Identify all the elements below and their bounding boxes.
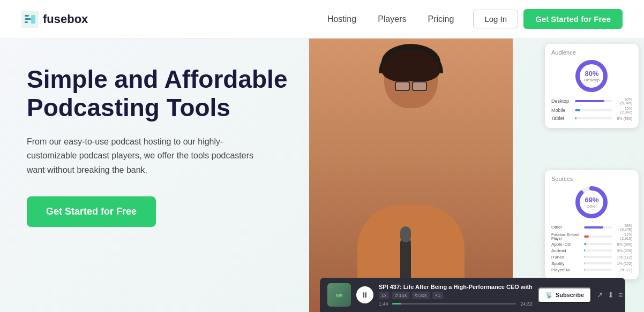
sources-stats: Other 69% (3,248) Fusebox Embed Player 1… xyxy=(551,224,632,272)
player-controls: 1x ↺15s ↻30s +1 xyxy=(379,292,533,299)
svg-rect-2 xyxy=(25,18,31,20)
menu-icon[interactable]: ≡ xyxy=(618,291,623,299)
sources-card-title: Sources xyxy=(551,176,632,182)
svg-rect-4 xyxy=(31,15,35,24)
player-progress: 1:44 24:32 xyxy=(379,301,533,307)
hero-right: Audience 80% Desktop Desktop xyxy=(309,39,644,312)
progress-fill xyxy=(392,303,401,305)
login-button[interactable]: Log In xyxy=(473,10,518,28)
audience-donut: 80% Desktop xyxy=(551,59,632,93)
src-row-spotify: Spotify 1% (102) xyxy=(551,261,632,266)
src-row-android: Android 3% (259) xyxy=(551,248,632,253)
sources-sub: Other xyxy=(585,204,598,209)
forward-30-button[interactable]: ↻30s xyxy=(412,292,430,299)
sources-donut: 69% Other xyxy=(551,185,632,219)
time-current: 1:44 xyxy=(379,301,388,307)
hero-cta-button[interactable]: Get Started for Free xyxy=(27,196,156,227)
hero-left: Simple and Affordable Podcasting Tools F… xyxy=(0,39,309,312)
share-icon[interactable]: ↗ xyxy=(597,291,603,299)
podcast-photo xyxy=(309,39,513,312)
next-episode-button[interactable]: +1 xyxy=(432,292,443,299)
analytics-sources-card: Sources 69% Other Other 69% xyxy=(545,170,639,279)
nav-links: Hosting Players Pricing xyxy=(319,10,463,28)
nav-cta-button[interactable]: Get Started for Free xyxy=(523,9,623,29)
audience-card-title: Audience xyxy=(551,49,632,56)
src-row-playerfm: PlayerFM 1% (71) xyxy=(551,268,632,272)
player-thumbnail: spi xyxy=(327,283,351,307)
speed-control[interactable]: 1x xyxy=(379,292,390,299)
hero-title: Simple and Affordable Podcasting Tools xyxy=(27,65,288,122)
analytics-audience-card: Audience 80% Desktop Desktop xyxy=(545,44,639,128)
rss-icon: 📡 xyxy=(545,292,553,299)
nav-players[interactable]: Players xyxy=(369,10,415,28)
stat-row-desktop: Desktop 80% (5,345) xyxy=(551,97,632,105)
podcast-player: spi ⏸ SPI 437: Life After Being a High-P… xyxy=(320,278,625,312)
audience-stats: Desktop 80% (5,345) Mobile 15% (2,942) T… xyxy=(551,97,632,121)
svg-rect-3 xyxy=(25,21,28,23)
navbar: fusebox Hosting Players Pricing Log In G… xyxy=(0,0,644,39)
time-total: 24:32 xyxy=(520,301,533,307)
logo: fusebox xyxy=(21,11,88,28)
nav-pricing[interactable]: Pricing xyxy=(420,10,463,28)
download-icon[interactable]: ⬇ xyxy=(608,291,614,299)
player-title: SPI 437: Life After Being a High-Perform… xyxy=(379,284,533,290)
pause-icon: ⏸ xyxy=(361,291,369,299)
hero-section: Simple and Affordable Podcasting Tools F… xyxy=(0,39,644,312)
player-actions: ↗ ⬇ ≡ xyxy=(597,291,623,299)
progress-bar[interactable] xyxy=(392,303,516,305)
sources-pct: 69% xyxy=(585,196,598,204)
hero-description: From our easy-to-use podcast hosting to … xyxy=(27,135,257,177)
stat-row-tablet: Tablet 8% (890) xyxy=(551,116,632,121)
play-button[interactable]: ⏸ xyxy=(356,286,373,303)
brand-name: fusebox xyxy=(43,12,88,26)
player-info: SPI 437: Life After Being a High-Perform… xyxy=(379,284,533,307)
stat-row-mobile: Mobile 15% (2,942) xyxy=(551,106,632,114)
src-row-other: Other 69% (3,248) xyxy=(551,224,632,231)
src-row-fusebox: Fusebox Embed Player 17% (2,910) xyxy=(551,233,632,240)
nav-hosting[interactable]: Hosting xyxy=(319,10,365,28)
src-row-apple: Apple iOS 8% (990) xyxy=(551,242,632,247)
subscribe-label: Subscribe xyxy=(556,292,584,298)
rewind-15-button[interactable]: ↺15s xyxy=(392,292,409,299)
logo-icon xyxy=(21,11,39,28)
src-row-itunes: iTunes 1% (112) xyxy=(551,255,632,260)
svg-rect-1 xyxy=(25,15,29,17)
audience-sub: Desktop xyxy=(584,78,600,82)
audience-pct: 80% xyxy=(584,70,600,78)
subscribe-button[interactable]: 📡 Subscribe xyxy=(538,287,591,303)
